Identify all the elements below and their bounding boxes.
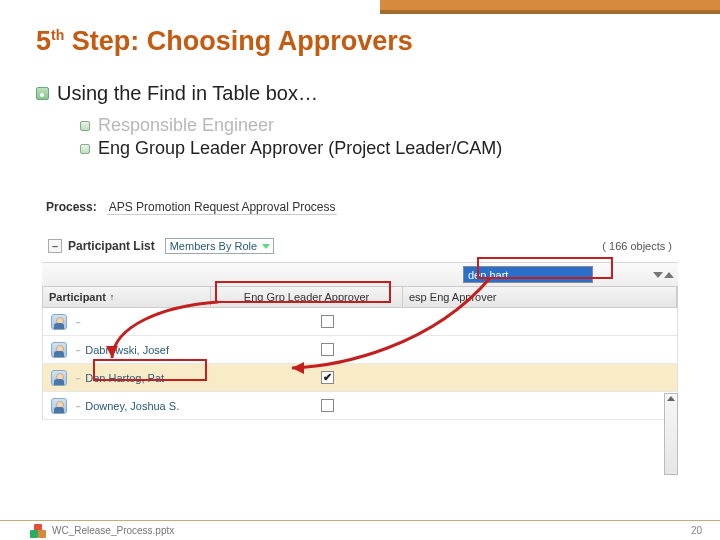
object-count: ( 166 objects ) xyxy=(602,240,672,252)
person-icon xyxy=(43,398,75,414)
page-number: 20 xyxy=(691,525,702,536)
footer-filename: WC_Release_Process.pptx xyxy=(52,525,174,536)
process-value: APS Promotion Request Approval Process xyxy=(107,200,338,215)
grid-header-row: Participant ↑ Eng Grp Leader Approver es… xyxy=(42,286,678,308)
person-icon xyxy=(43,370,75,386)
members-by-role-dropdown[interactable]: Members By Role xyxy=(165,238,274,254)
bullet-sub-2: Eng Group Leader Approver (Project Leade… xyxy=(80,138,676,159)
logo-icon xyxy=(30,524,46,538)
approver-checkbox[interactable] xyxy=(231,399,423,412)
person-icon xyxy=(43,314,75,330)
approver-checkbox[interactable] xyxy=(231,315,423,328)
slide-accent-orange xyxy=(380,0,720,10)
bullet-main-text: Using the Find in Table box… xyxy=(57,82,318,105)
step-suffix: th xyxy=(51,27,64,43)
slide-accent-brown xyxy=(380,10,720,14)
participant-list-header: – Participant List Members By Role ( 166… xyxy=(42,232,678,260)
filter-toolbar: den hart xyxy=(42,262,678,286)
process-row: Process: APS Promotion Request Approval … xyxy=(42,196,678,218)
header-participant[interactable]: Participant ↑ xyxy=(43,287,211,307)
header-eng-grp-leader[interactable]: Eng Grp Leader Approver xyxy=(211,287,403,307)
approver-checkbox[interactable]: ✔ xyxy=(231,371,423,384)
find-input-value: den hart xyxy=(464,267,592,282)
table-row-selected[interactable]: ····Den Hartog, Pat ✔ xyxy=(43,364,677,392)
title-text: Step: Choosing Approvers xyxy=(64,26,413,56)
bullet-sub2-text: Eng Group Leader Approver (Project Leade… xyxy=(98,138,502,159)
person-icon xyxy=(43,342,75,358)
collapse-toggle[interactable]: – xyxy=(48,239,62,253)
sort-asc-icon[interactable] xyxy=(664,272,674,278)
participant-name: ···· xyxy=(75,316,231,328)
slide-title: 5th Step: Choosing Approvers xyxy=(36,26,413,57)
grid-body: ···· ····Dabrowski, Josef ····Den Hartog… xyxy=(42,308,678,420)
participant-name: ····Den Hartog, Pat xyxy=(75,372,231,384)
find-in-table-input[interactable]: den hart xyxy=(463,266,593,283)
bullet-sub-1: Responsible Engineer xyxy=(80,115,676,136)
sort-arrow-icon: ↑ xyxy=(110,292,115,302)
scroll-up-icon xyxy=(667,396,675,401)
bullet-icon xyxy=(80,121,90,131)
participant-name: ····Downey, Joshua S. xyxy=(75,400,231,412)
bullet-icon xyxy=(36,87,49,100)
header-resp-eng[interactable]: esp Eng Approver xyxy=(403,287,677,307)
content-block: Using the Find in Table box… Responsible… xyxy=(36,82,676,159)
screenshot-mock: Process: APS Promotion Request Approval … xyxy=(42,196,678,416)
slide-footer: WC_Release_Process.pptx 20 xyxy=(0,520,720,540)
participant-name: ····Dabrowski, Josef xyxy=(75,344,231,356)
table-row[interactable]: ····Dabrowski, Josef xyxy=(43,336,677,364)
table-row[interactable]: ····Downey, Joshua S. xyxy=(43,392,677,420)
participant-list-title: Participant List xyxy=(68,239,155,253)
step-number: 5 xyxy=(36,26,51,56)
filter-sort-icons xyxy=(653,272,674,278)
approver-checkbox[interactable] xyxy=(231,343,423,356)
bullet-sub1-text: Responsible Engineer xyxy=(98,115,274,136)
bullet-icon xyxy=(80,144,90,154)
sort-desc-icon[interactable] xyxy=(653,272,663,278)
bullet-main: Using the Find in Table box… xyxy=(36,82,676,105)
scrollbar[interactable] xyxy=(664,393,678,475)
process-label: Process: xyxy=(46,200,97,214)
table-row[interactable]: ···· xyxy=(43,308,677,336)
find-in-table-container: den hart xyxy=(42,266,593,283)
